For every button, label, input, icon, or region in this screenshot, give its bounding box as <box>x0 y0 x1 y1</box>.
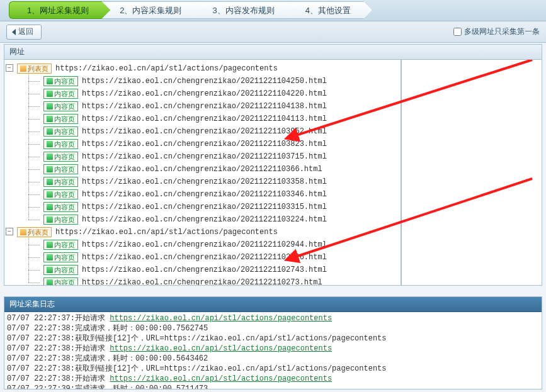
content-url[interactable]: https://zikao.eol.cn/chengrenzikao/20211… <box>82 165 322 174</box>
url-tree-body: −列表页https://zikao.eol.cn/api/stl/actions… <box>4 60 542 285</box>
log-timestamp: 07/07 22:27:38 <box>7 364 71 373</box>
log-link[interactable]: https://zikao.eol.cn/api/stl/actions/pag… <box>110 314 332 323</box>
content-page-tag: 内容页 <box>43 126 78 137</box>
content-icon <box>47 91 53 97</box>
log-link[interactable]: https://zikao.eol.cn/api/stl/actions/pag… <box>110 344 332 353</box>
content-tag-label: 内容页 <box>54 77 75 86</box>
list-url[interactable]: https://zikao.eol.cn/api/stl/actions/pag… <box>55 64 278 73</box>
content-page-tag: 内容页 <box>43 252 78 262</box>
tree-content-node: 内容页https://zikao.eol.cn/chengrenzikao/20… <box>35 176 540 188</box>
content-icon <box>47 141 53 147</box>
content-url[interactable]: https://zikao.eol.cn/chengrenzikao/20211… <box>82 140 327 148</box>
tab-publish-rules[interactable]: 3、内容发布规则 <box>194 1 295 19</box>
content-tag-label: 内容页 <box>54 253 75 262</box>
multi-level-checkbox[interactable] <box>453 28 462 36</box>
content-url[interactable]: https://zikao.eol.cn/chengrenzikao/20211… <box>82 253 327 262</box>
content-url[interactable]: https://zikao.eol.cn/chengrenzikao/20211… <box>82 190 327 199</box>
tree-content-node: 内容页https://zikao.eol.cn/chengrenzikao/20… <box>35 87 540 100</box>
content-tag-label: 内容页 <box>54 115 75 124</box>
content-url[interactable]: https://zikao.eol.cn/chengrenzikao/20211… <box>82 102 327 111</box>
tree-content-node: 内容页https://zikao.eol.cn/chengrenzikao/20… <box>35 188 540 201</box>
content-url[interactable]: https://zikao.eol.cn/chengrenzikao/20211… <box>82 203 327 211</box>
content-page-tag: 内容页 <box>43 114 78 124</box>
content-icon <box>47 254 53 260</box>
log-timestamp: 07/07 22:27:37 <box>7 314 71 323</box>
log-timestamp: 07/07 22:27:38 <box>7 324 71 333</box>
expand-toggle[interactable]: − <box>6 64 13 72</box>
content-icon <box>47 154 53 160</box>
log-text: :获取到链接[12]个，URL=https://zikao.eol.cn/api… <box>71 334 387 343</box>
content-icon <box>47 128 53 135</box>
content-tag-label: 内容页 <box>54 165 75 174</box>
tree-content-node: 内容页https://zikao.eol.cn/chengrenzikao/20… <box>35 201 540 213</box>
content-icon <box>47 279 53 285</box>
log-timestamp: 07/07 22:27:38 <box>7 344 71 353</box>
tree-content-node: 内容页https://zikao.eol.cn/chengrenzikao/20… <box>35 100 540 113</box>
log-line: 07/07 22:27:38:完成请求，耗时：00:00:00.5643462 <box>7 354 539 364</box>
log-link[interactable]: https://zikao.eol.cn/api/stl/actions/pag… <box>110 374 332 383</box>
tree-list-node: −列表页https://zikao.eol.cn/api/stl/actions… <box>6 62 540 226</box>
content-url[interactable]: https://zikao.eol.cn/chengrenzikao/20211… <box>82 115 327 123</box>
log-timestamp: 07/07 22:27:38 <box>7 334 71 343</box>
tab-url-rules[interactable]: 1、网址采集规则 <box>9 1 110 19</box>
content-tag-label: 内容页 <box>54 266 75 275</box>
log-text: :开始请求 <box>71 314 110 323</box>
log-text: :开始请求 <box>71 344 110 353</box>
tree-content-node: 内容页https://zikao.eol.cn/chengrenzikao/20… <box>35 75 540 87</box>
content-url[interactable]: https://zikao.eol.cn/chengrenzikao/20211… <box>82 266 327 274</box>
log-text: :完成请求，耗时：00:00:00.5711473 <box>71 384 208 389</box>
log-line: 07/07 22:27:37:开始请求 https://zikao.eol.cn… <box>7 313 539 323</box>
log-timestamp: 07/07 22:27:39 <box>7 384 71 389</box>
content-tag-label: 内容页 <box>54 177 75 187</box>
content-page-tag: 内容页 <box>43 265 78 275</box>
content-icon <box>47 204 53 210</box>
log-line: 07/07 22:27:38:获取到链接[12]个，URL=https://zi… <box>7 333 539 344</box>
tree-content-node: 内容页https://zikao.eol.cn/chengrenzikao/20… <box>35 276 540 285</box>
content-icon <box>47 191 53 198</box>
content-page-tag: 内容页 <box>43 189 78 199</box>
tree-list-node: −列表页https://zikao.eol.cn/api/stl/actions… <box>6 226 540 285</box>
content-tag-label: 内容页 <box>54 215 75 225</box>
content-page-tag: 内容页 <box>43 164 78 174</box>
log-timestamp: 07/07 22:27:38 <box>7 374 71 383</box>
list-url[interactable]: https://zikao.eol.cn/api/stl/actions/pag… <box>55 228 278 237</box>
content-url[interactable]: https://zikao.eol.cn/chengrenzikao/20211… <box>82 127 327 136</box>
back-label: 返回 <box>18 26 33 37</box>
content-url[interactable]: https://zikao.eol.cn/chengrenzikao/20211… <box>82 240 327 249</box>
content-tag-label: 内容页 <box>54 203 75 212</box>
content-tag-label: 内容页 <box>54 190 75 199</box>
list-icon <box>20 65 26 72</box>
content-url[interactable]: https://zikao.eol.cn/chengrenzikao/20211… <box>82 77 327 86</box>
content-page-tag: 内容页 <box>43 139 78 149</box>
content-page-tag: 内容页 <box>43 277 78 285</box>
log-line: 07/07 22:27:38:获取到链接[12]个，URL=https://zi… <box>7 364 539 374</box>
content-page-tag: 内容页 <box>43 240 78 250</box>
content-url[interactable]: https://zikao.eol.cn/chengrenzikao/20211… <box>82 152 327 161</box>
content-icon <box>47 116 53 122</box>
tree-content-node: 内容页https://zikao.eol.cn/chengrenzikao/20… <box>35 113 540 125</box>
url-tree-header: 网址 <box>4 45 542 60</box>
multi-level-option[interactable]: 多级网址只采集第一条 <box>453 26 540 37</box>
tab-content-rules[interactable]: 2、内容采集规则 <box>101 1 203 19</box>
tree-content-node: 内容页https://zikao.eol.cn/chengrenzikao/20… <box>35 150 540 163</box>
back-button[interactable]: 返回 <box>6 25 42 40</box>
content-icon <box>47 267 53 273</box>
list-icon <box>20 229 26 235</box>
log-line: 07/07 22:27:39:完成请求，耗时：00:00:00.5711473 <box>7 384 539 389</box>
content-tag-label: 内容页 <box>54 102 75 111</box>
content-page-tag: 内容页 <box>43 177 78 187</box>
log-text: :开始请求 <box>71 374 110 383</box>
list-tag-label: 列表页 <box>28 64 48 74</box>
tab-other-settings[interactable]: 4、其他设置 <box>287 1 372 19</box>
log-text: :完成请求，耗时：00:00:00.5643462 <box>71 354 208 363</box>
list-tag-label: 列表页 <box>28 228 48 237</box>
expand-toggle[interactable]: − <box>6 228 13 235</box>
content-url[interactable]: https://zikao.eol.cn/chengrenzikao/20211… <box>82 215 327 224</box>
content-url[interactable]: https://zikao.eol.cn/chengrenzikao/20211… <box>82 278 322 285</box>
content-url[interactable]: https://zikao.eol.cn/chengrenzikao/20211… <box>82 177 327 186</box>
url-tree-panel: 网址 −列表页https://zikao.eol.cn/api/stl/acti… <box>4 44 542 286</box>
content-icon <box>47 242 53 248</box>
tree-content-node: 内容页https://zikao.eol.cn/chengrenzikao/20… <box>35 213 540 226</box>
tree-content-node: 内容页https://zikao.eol.cn/chengrenzikao/20… <box>35 163 540 176</box>
content-url[interactable]: https://zikao.eol.cn/chengrenzikao/20211… <box>82 89 327 98</box>
